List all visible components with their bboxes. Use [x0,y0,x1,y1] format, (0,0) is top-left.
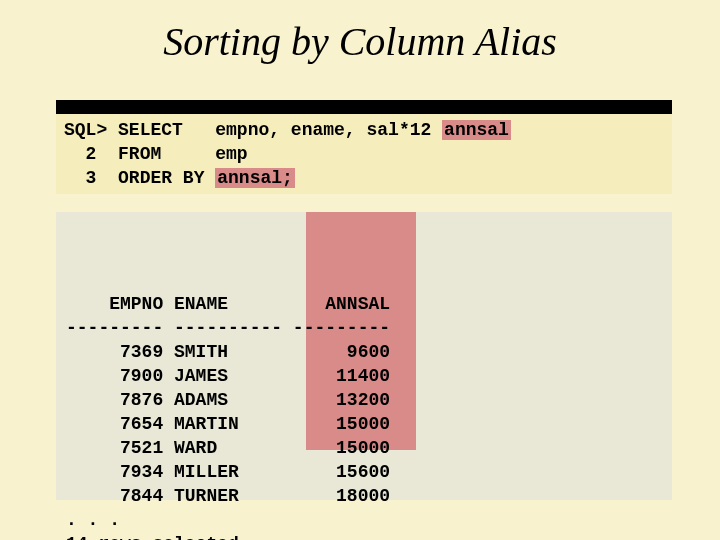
sql-line3-no: 3 [86,168,97,188]
result-divider: --------- ---------- --------- [66,318,390,338]
slide-bg-right [672,100,720,520]
sql-select-cols: empno, ename, sal*12 [215,120,431,140]
result-row: 7876 ADAMS 13200 [66,390,390,410]
sql-from-kw: FROM [118,144,161,164]
result-row: 7654 MARTIN 15000 [66,414,390,434]
result-row: 7369 SMITH 9600 [66,342,390,362]
result-row: 7934 MILLER 15600 [66,462,390,482]
result-panel: EMPNO ENAME ANNSAL --------- ---------- … [56,212,672,500]
sql-alias-highlight: annsal [442,120,511,140]
result-row: 7900 JAMES 11400 [66,366,390,386]
result-row: 7844 TURNER 18000 [66,486,390,506]
sql-prompt: SQL> [64,120,107,140]
sql-from-table: emp [215,144,247,164]
result-ellipsis: . . . [66,510,120,530]
sql-code-panel: SQL> SELECT empno, ename, sal*12 annsal … [56,114,672,194]
result-text: EMPNO ENAME ANNSAL --------- ---------- … [66,292,662,540]
slide-title: Sorting by Column Alias [0,18,720,65]
sql-line2-no: 2 [86,144,97,164]
sql-orderby-kw: ORDER BY [118,168,204,188]
result-header: EMPNO ENAME ANNSAL [66,294,390,314]
sql-select-kw: SELECT [118,120,183,140]
slide-bg-left [0,100,56,520]
sql-orderby-col-highlight: annsal; [215,168,295,188]
result-footer: 14 rows selected. [66,534,250,540]
result-row: 7521 WARD 15000 [66,438,390,458]
